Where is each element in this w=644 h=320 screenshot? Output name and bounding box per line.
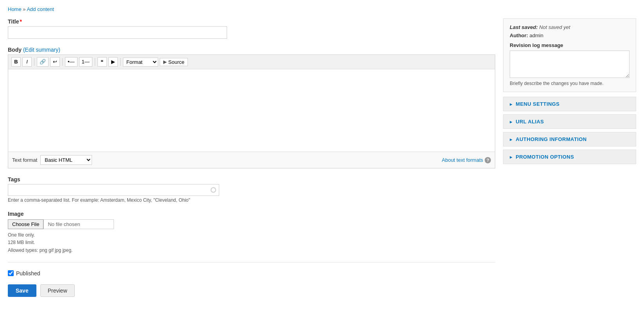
revision-label: Revision log message: [510, 42, 630, 48]
breadcrumb: Home » Add content: [8, 6, 636, 12]
source-button[interactable]: ▶ Source: [160, 58, 188, 66]
image-insert-button[interactable]: ▶: [108, 57, 118, 67]
menu-settings-accordion: ► Menu Settings: [503, 97, 636, 111]
published-label[interactable]: Published: [16, 270, 40, 277]
title-field: Title*: [8, 18, 495, 39]
published-checkbox[interactable]: [8, 270, 14, 276]
text-format-bar: Text format Basic HTML Restricted HTML F…: [8, 152, 495, 168]
text-format-label: Text format: [12, 157, 37, 163]
menu-settings-header[interactable]: ► Menu Settings: [503, 97, 636, 111]
main-content: Title* Body (Edit summary) B I 🔗 ↩ •— 1—: [8, 18, 495, 297]
promotion-options-accordion: ► Promotion Options: [503, 150, 636, 164]
required-star: *: [20, 18, 22, 25]
toolbar-separator-1: [34, 58, 34, 66]
toolbar-separator-3: [95, 58, 95, 66]
bullet-list-button[interactable]: •—: [65, 57, 78, 67]
editor-toolbar: B I 🔗 ↩ •— 1— ❝ ▶ Format Heading 1 Hea: [8, 55, 495, 69]
authoring-info-arrow: ►: [509, 137, 513, 142]
edit-summary-link[interactable]: (Edit summary): [23, 47, 60, 53]
choose-file-button[interactable]: Choose File: [8, 219, 43, 229]
format-select[interactable]: Format Heading 1 Heading 2 Normal: [123, 58, 158, 67]
published-section: Published: [8, 270, 495, 277]
tags-section: Tags Enter a comma-separated list. For e…: [8, 176, 495, 203]
title-input[interactable]: [8, 26, 227, 39]
preview-button[interactable]: Preview: [40, 284, 75, 297]
menu-settings-label: Menu Settings: [516, 101, 559, 107]
last-saved-value: Not saved yet: [539, 24, 570, 30]
promotion-options-header[interactable]: ► Promotion Options: [503, 150, 636, 164]
url-alias-accordion: ► URL Alias: [503, 114, 636, 129]
image-section: Image Choose FileNo file chosen One file…: [8, 211, 495, 254]
italic-button[interactable]: I: [22, 57, 32, 67]
file-input-wrapper: Choose FileNo file chosen: [8, 219, 495, 229]
tags-hint: Enter a comma-separated list. For exampl…: [8, 197, 495, 203]
revision-hint: Briefly describe the changes you have ma…: [510, 81, 630, 86]
editor-body[interactable]: [8, 69, 495, 152]
ordered-list-button[interactable]: 1—: [79, 57, 92, 67]
file-constraint-2: 128 MB limit.: [8, 239, 495, 246]
authoring-info-accordion: ► Authoring Information: [503, 132, 636, 146]
file-name-display: No file chosen: [43, 219, 114, 229]
toolbar-separator-2: [62, 58, 63, 66]
file-constraint-1: One file only.: [8, 231, 495, 239]
link-button[interactable]: 🔗: [37, 57, 49, 67]
body-field: Body (Edit summary) B I 🔗 ↩ •— 1— ❝ ▶: [8, 47, 495, 168]
toolbar-separator-4: [120, 58, 121, 66]
url-alias-arrow: ►: [509, 119, 513, 124]
text-format-select[interactable]: Basic HTML Restricted HTML Full HTML Pla…: [40, 155, 92, 165]
breadcrumb-home[interactable]: Home: [8, 6, 22, 12]
author-value: admin: [530, 33, 543, 38]
source-icon: ▶: [163, 59, 167, 65]
image-label: Image: [8, 211, 495, 217]
authoring-info-header[interactable]: ► Authoring Information: [503, 132, 636, 146]
menu-settings-arrow: ►: [509, 102, 513, 107]
save-button[interactable]: Save: [8, 284, 36, 297]
sidebar-info-box: Last saved: Not saved yet Author: admin …: [503, 18, 636, 92]
url-alias-header[interactable]: ► URL Alias: [503, 115, 636, 128]
tags-spinner: [211, 187, 216, 193]
tags-label: Tags: [8, 176, 495, 183]
divider: [8, 262, 495, 262]
about-text-formats[interactable]: About text formats ?: [442, 157, 491, 163]
tags-input-wrapper: [8, 184, 219, 196]
form-actions: Save Preview: [8, 284, 495, 297]
file-constraint-3: Allowed types: png gif jpg jpeg.: [8, 247, 495, 254]
url-alias-label: URL Alias: [516, 119, 544, 125]
file-constraints: One file only. 128 MB limit. Allowed typ…: [8, 231, 495, 254]
promotion-options-arrow: ►: [509, 155, 513, 159]
blockquote-button[interactable]: ❝: [97, 57, 107, 67]
bold-button[interactable]: B: [11, 57, 21, 67]
title-label: Title*: [8, 18, 495, 25]
help-icon: ?: [485, 157, 491, 163]
author-line: Author: admin: [510, 33, 630, 38]
author-label: Author:: [510, 33, 528, 38]
body-label: Body (Edit summary): [8, 47, 495, 53]
revision-textarea[interactable]: [510, 51, 630, 78]
tags-input[interactable]: [8, 184, 219, 196]
authoring-info-label: Authoring Information: [516, 136, 586, 142]
promotion-options-label: Promotion Options: [516, 154, 574, 160]
sidebar: Last saved: Not saved yet Author: admin …: [503, 18, 636, 297]
editor-wrapper: B I 🔗 ↩ •— 1— ❝ ▶ Format Heading 1 Hea: [8, 54, 495, 168]
about-text-formats-link[interactable]: About text formats: [442, 157, 483, 163]
text-format-left: Text format Basic HTML Restricted HTML F…: [12, 155, 92, 165]
last-saved-label: Last saved:: [510, 24, 538, 30]
last-saved: Last saved: Not saved yet: [510, 24, 630, 30]
breadcrumb-add-content[interactable]: Add content: [27, 6, 54, 12]
unlink-button[interactable]: ↩: [50, 57, 60, 67]
